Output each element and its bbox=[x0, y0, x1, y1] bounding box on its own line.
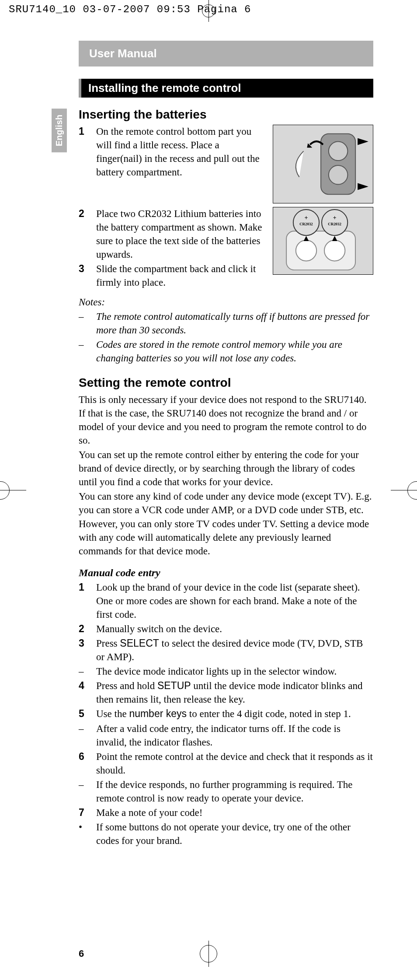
manual-step-5-post: to enter the 4 digit code, noted in step… bbox=[187, 708, 351, 719]
manual-step-5: 5 Use the number keys to enter the 4 dig… bbox=[79, 707, 373, 721]
crop-line-right bbox=[391, 490, 417, 490]
setting-para-1: This is only necessary if your device do… bbox=[79, 393, 373, 447]
manual-step-7-bullet-text: If some buttons do not operate your devi… bbox=[96, 820, 373, 847]
setup-key-label: SETUP bbox=[157, 680, 191, 691]
svg-text:+: + bbox=[305, 214, 308, 220]
manual-step-2: 2 Manually switch on the device. bbox=[79, 622, 373, 636]
svg-point-15 bbox=[296, 240, 316, 261]
language-tab: English bbox=[52, 108, 67, 152]
svg-text:+: + bbox=[333, 214, 337, 220]
number-keys-label: number keys bbox=[129, 708, 187, 719]
svg-point-2 bbox=[329, 141, 348, 161]
manual-step-1-text: Look up the brand of your device in the … bbox=[96, 581, 373, 621]
manual-step-6-text: Point the remote control at the device a… bbox=[96, 750, 373, 777]
manual-step-1: 1 Look up the brand of your device in th… bbox=[79, 581, 373, 621]
setting-para-3: You can store any kind of code under any… bbox=[79, 490, 373, 557]
select-key-label: SELECT bbox=[120, 637, 159, 649]
crop-mark-bottom bbox=[200, 945, 217, 962]
manual-step-5-pre: Use the bbox=[96, 708, 129, 719]
crop-mark-top bbox=[202, 4, 215, 18]
note-2-text: Codes are stored in the remote control m… bbox=[96, 338, 373, 365]
step-3-text: Slide the compartment back and click it … bbox=[96, 262, 268, 289]
section-title-bar: Installing the remote control bbox=[79, 79, 373, 98]
subheading-manual-code: Manual code entry bbox=[79, 566, 373, 580]
page-number: 6 bbox=[79, 948, 373, 959]
manual-step-7-bullet: • If some buttons do not operate your de… bbox=[79, 820, 373, 847]
note-2: – Codes are stored in the remote control… bbox=[79, 338, 373, 365]
manual-step-4-pre: Press and hold bbox=[96, 680, 157, 691]
manual-step-3-note-text: The device mode indicator lights up in t… bbox=[96, 665, 373, 678]
manual-step-3: 3 Press SELECT to select the desired dev… bbox=[79, 637, 373, 664]
manual-step-3-note: – The device mode indicator lights up in… bbox=[79, 665, 373, 678]
setting-para-2: You can set up the remote control either… bbox=[79, 448, 373, 489]
manual-step-7: 7 Make a note of your code! bbox=[79, 806, 373, 819]
svg-text:CR2032: CR2032 bbox=[328, 222, 341, 226]
manual-step-7-text: Make a note of your code! bbox=[96, 806, 373, 819]
step-3: 3 Slide the compartment back and click i… bbox=[79, 262, 268, 289]
manual-step-6: 6 Point the remote control at the device… bbox=[79, 750, 373, 777]
svg-point-16 bbox=[324, 240, 345, 261]
figure-battery-compartment bbox=[273, 125, 373, 203]
manual-step-4: 4 Press and hold SETUP until the device … bbox=[79, 679, 373, 706]
crop-line-left bbox=[0, 490, 26, 490]
manual-step-5-note: – After a valid code entry, the indicato… bbox=[79, 722, 373, 749]
step-1-text: On the remote control bottom part you wi… bbox=[96, 125, 268, 179]
manual-step-2-text: Manually switch on the device. bbox=[96, 622, 373, 636]
manual-step-5-note-text: After a valid code entry, the indicator … bbox=[96, 722, 373, 749]
svg-point-3 bbox=[329, 165, 348, 185]
subheading-inserting-batteries: Inserting the batteries bbox=[79, 106, 373, 123]
svg-text:CR2032: CR2032 bbox=[299, 222, 313, 226]
notes-label: Notes: bbox=[79, 295, 373, 309]
step-2: 2 Place two CR2032 Lithium batteries int… bbox=[79, 207, 268, 261]
manual-step-6-note-text: If the device responds, no further progr… bbox=[96, 778, 373, 805]
manual-step-6-note: – If the device responds, no further pro… bbox=[79, 778, 373, 805]
note-1: – The remote control automatically turns… bbox=[79, 310, 373, 337]
manual-step-3-pre: Press bbox=[96, 638, 120, 649]
manual-header: User Manual bbox=[79, 41, 373, 66]
step-2-text: Place two CR2032 Lithium batteries into … bbox=[96, 207, 268, 261]
figure-batteries-insert: + CR2032 + CR2032 bbox=[273, 207, 373, 275]
note-1-text: The remote control automatically turns o… bbox=[96, 310, 373, 337]
step-1: 1 On the remote control bottom part you … bbox=[79, 125, 268, 179]
subheading-setting-remote: Setting the remote control bbox=[79, 374, 373, 391]
